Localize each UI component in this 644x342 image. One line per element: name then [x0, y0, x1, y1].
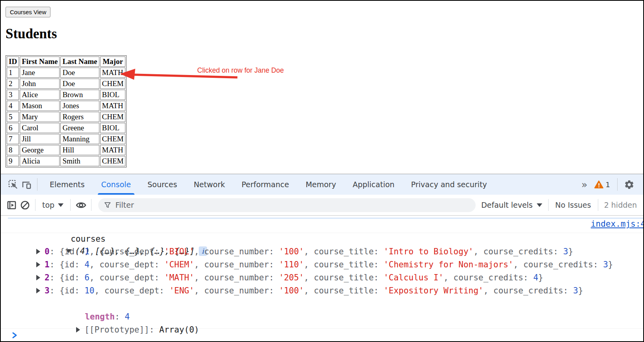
tab-sources[interactable]: Sources	[139, 174, 185, 195]
student-cell: 3	[7, 90, 19, 100]
column-header: First Name	[20, 56, 60, 67]
student-row[interactable]: 8GeorgeHillMATH	[7, 145, 125, 155]
execution-context-selector[interactable]: top	[39, 201, 67, 209]
array-length-row: length: 4	[1, 297, 643, 310]
expand-triangle-icon[interactable]	[76, 327, 80, 333]
warning-count: 1	[606, 180, 610, 189]
expand-triangle-icon[interactable]	[36, 249, 40, 254]
console-array-entry[interactable]: 3: {id: 10, course_dept: 'ENG', course_n…	[1, 284, 643, 297]
student-cell: Hill	[60, 145, 99, 155]
student-cell: George	[20, 145, 60, 155]
web-page: Courses View Students IDFirst NameLast N…	[1, 1, 643, 174]
column-header: Last Name	[60, 56, 99, 67]
devtools-panel: ElementsConsoleSourcesNetworkPerformance…	[1, 174, 643, 342]
console-array-entry[interactable]: 1: {id: 4, course_dept: 'CHEM', course_n…	[1, 258, 643, 271]
student-cell: CHEM	[100, 134, 126, 144]
expand-triangle-icon[interactable]	[36, 262, 40, 267]
student-row[interactable]: 4MasonJonesMATH	[7, 101, 125, 111]
student-cell: Manning	[60, 134, 99, 144]
tab-performance[interactable]: Performance	[233, 174, 297, 195]
length-key: length	[85, 312, 115, 321]
student-cell: Doe	[60, 68, 99, 78]
student-row[interactable]: 6CarolGreeneBIOL	[7, 123, 125, 133]
student-cell: 6	[7, 123, 19, 133]
settings-gear-icon[interactable]	[622, 179, 637, 190]
student-cell: Alice	[20, 90, 60, 100]
student-cell: Jane	[20, 68, 60, 78]
console-toolbar: top Default levels	[1, 195, 643, 216]
console-toolbar-right: Default levels No Issues 2 hidden	[479, 199, 639, 211]
student-cell: Jill	[20, 134, 60, 144]
student-cell: Mason	[20, 101, 60, 111]
column-header: ID	[7, 56, 19, 67]
prototype-key: [[Prototype]]	[84, 325, 149, 334]
student-row[interactable]: 7JillManningCHEM	[7, 134, 125, 144]
browser-viewport: Courses View Students IDFirst NameLast N…	[0, 0, 644, 342]
clear-console-icon[interactable]	[18, 198, 32, 212]
hidden-messages-count[interactable]: 2 hidden	[602, 201, 639, 209]
context-label: top	[42, 201, 54, 209]
student-row[interactable]: 5MaryRogersCHEM	[7, 112, 125, 122]
table-header-row: IDFirst NameLast NameMajor	[7, 56, 125, 67]
toolbar-divider	[35, 199, 35, 211]
chevron-down-icon	[58, 203, 63, 207]
console-filter[interactable]	[98, 198, 476, 212]
student-row[interactable]: 1JaneDoeMATH	[7, 68, 125, 78]
tabbar-divider-2	[617, 178, 618, 191]
log-levels-dropdown[interactable]: Default levels	[479, 201, 545, 209]
tab-network[interactable]: Network	[185, 174, 233, 195]
page-title: Students	[6, 26, 57, 42]
live-expression-eye-icon[interactable]	[74, 198, 88, 212]
student-row[interactable]: 3AliceBrownBIOL	[7, 90, 125, 100]
issues-counter[interactable]: No Issues	[552, 201, 594, 209]
student-cell: BIOL	[100, 90, 126, 100]
toolbar-divider-5	[598, 199, 598, 211]
tab-elements[interactable]: Elements	[41, 174, 93, 195]
student-row[interactable]: 2JohnDoeCHEM	[7, 79, 125, 89]
student-cell: 8	[7, 145, 19, 155]
student-cell: Doe	[60, 79, 99, 89]
console-sidebar-toggle-icon[interactable]	[5, 198, 18, 212]
console-array-entry[interactable]: 2: {id: 6, course_dept: 'MATH', course_n…	[1, 271, 643, 284]
toolbar-divider-3	[91, 199, 91, 211]
student-cell: Carol	[20, 123, 60, 133]
filter-funnel-icon	[104, 201, 111, 209]
tab-console[interactable]: Console	[93, 174, 139, 195]
tabbar-trailing-group: » 1	[577, 178, 643, 191]
student-cell: 5	[7, 112, 19, 122]
console-log-message: courses	[1, 221, 643, 233]
student-cell: CHEM	[100, 79, 126, 89]
student-row[interactable]: 9AliciaSmithCHEM	[7, 156, 125, 166]
tabbar-divider	[37, 178, 37, 191]
student-cell: 4	[7, 101, 19, 111]
student-cell: CHEM	[100, 112, 126, 122]
expand-triangle-icon[interactable]	[36, 288, 40, 293]
tab-privacy-and-security[interactable]: Privacy and security	[403, 174, 495, 195]
tab-memory[interactable]: Memory	[297, 174, 344, 195]
console-array-entry[interactable]: 0: {id: 1, course_dept: 'BIOL', course_n…	[1, 245, 643, 258]
warnings-badge[interactable]: 1	[591, 180, 613, 190]
student-cell: John	[20, 79, 60, 89]
student-cell: Greene	[60, 123, 99, 133]
warning-triangle-icon	[594, 180, 604, 190]
expand-triangle-icon[interactable]	[36, 275, 40, 280]
student-cell: 2	[7, 79, 19, 89]
courses-view-button[interactable]: Courses View	[6, 7, 50, 17]
device-toolbar-icon[interactable]	[20, 178, 33, 191]
student-cell: Alicia	[20, 156, 60, 166]
toolbar-divider-2	[70, 199, 71, 211]
length-value: 4	[125, 312, 130, 321]
levels-label: Default levels	[481, 201, 533, 209]
student-cell: Brown	[60, 90, 99, 100]
inspect-element-icon[interactable]	[6, 178, 20, 191]
prompt-chevron-icon	[12, 332, 18, 339]
student-cell: MATH	[100, 68, 126, 78]
student-cell: Jones	[60, 101, 99, 111]
source-location-link[interactable]: index.mjs:4	[591, 219, 643, 229]
student-cell: BIOL	[100, 123, 126, 133]
student-cell: 7	[7, 134, 19, 144]
student-cell: Rogers	[60, 112, 99, 122]
filter-input[interactable]	[116, 201, 470, 209]
tab-application[interactable]: Application	[344, 174, 403, 195]
more-tabs-icon[interactable]: »	[577, 179, 590, 190]
